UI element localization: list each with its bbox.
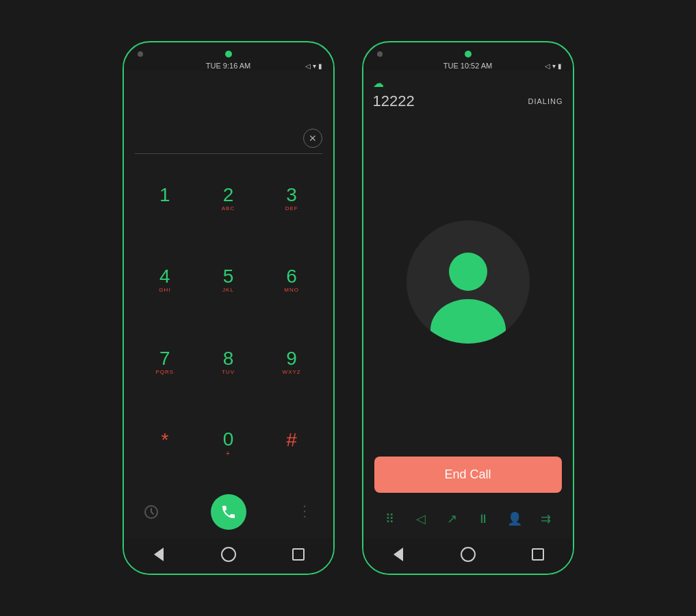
upload-icon: ☁ (373, 77, 384, 90)
key-5[interactable]: 5 JKL (198, 241, 259, 320)
call-screen: ☁ 12222 DIALING End Call ⠿ ◁ (363, 71, 573, 538)
phone1-top-notch (124, 42, 333, 60)
more-options-button[interactable]: ··· (295, 501, 317, 523)
signal-icon: ◁ (305, 62, 311, 70)
dialer-display: ✕ (124, 71, 333, 153)
key-4[interactable]: 4 GHI (135, 241, 196, 320)
call-button[interactable] (211, 494, 246, 530)
home-button-2[interactable] (459, 545, 478, 564)
back-button-2[interactable] (389, 545, 408, 564)
back-icon-2 (394, 548, 403, 561)
call-status: DIALING (528, 97, 563, 105)
key-3[interactable]: 3 DEF (261, 159, 322, 238)
back-icon-1 (154, 548, 164, 561)
speaker-action-icon: ◁ (416, 511, 426, 526)
phone-incall: TUE 10:52 AM ◁ ▾ ▮ ☁ 12222 DIALING End C… (362, 41, 574, 575)
add-call-icon: 👤 (507, 511, 522, 526)
key-0[interactable]: 0 + (198, 405, 259, 483)
mute-icon: ↗ (447, 511, 457, 526)
home-icon-1 (221, 547, 236, 562)
recents-icon-1 (292, 548, 305, 561)
svg-point-1 (449, 253, 487, 291)
hold-action-button[interactable]: ⏸ (471, 506, 495, 531)
speaker-action-button[interactable]: ◁ (409, 506, 433, 531)
camera-dot-left-2 (377, 51, 383, 57)
dialer-content: ✕ 1 2 ABC 3 DEF 4 GHI 5 JKL (124, 71, 333, 538)
status-icons-2: ◁ ▾ ▮ (545, 62, 562, 70)
speaker-indicator-2 (465, 51, 472, 57)
battery-icon: ▮ (318, 62, 322, 70)
key-6[interactable]: 6 MNO (261, 241, 322, 320)
phone2-top-notch (363, 42, 573, 60)
nav-bar-1 (124, 538, 333, 574)
delete-button[interactable]: ✕ (303, 129, 322, 148)
home-icon-2 (461, 547, 476, 562)
merge-call-button[interactable]: ⇉ (534, 506, 558, 531)
keypad-action-button[interactable]: ⠿ (377, 506, 402, 531)
key-1[interactable]: 1 (135, 159, 196, 238)
status-icons-1: ◁ ▾ ▮ (305, 62, 322, 70)
add-call-button[interactable]: 👤 (502, 506, 527, 531)
wifi-icon-2: ▾ (552, 62, 556, 70)
camera-dot-left (138, 51, 143, 57)
status-bar-2: TUE 10:52 AM ◁ ▾ ▮ (363, 60, 573, 71)
signal-icon-2: ◁ (545, 62, 550, 70)
hold-icon: ⏸ (477, 512, 489, 526)
key-star[interactable]: * (135, 405, 196, 483)
avatar-circle (407, 220, 530, 344)
key-8[interactable]: 8 TUV (198, 323, 259, 402)
key-hash[interactable]: # (261, 405, 322, 483)
status-time-2: TUE 10:52 AM (443, 62, 493, 70)
call-number: 12222 (373, 92, 415, 110)
call-avatar-area (363, 113, 573, 451)
call-top-row: ☁ (363, 71, 573, 92)
battery-icon-2: ▮ (558, 62, 562, 70)
end-call-button[interactable]: End Call (374, 457, 562, 493)
home-button-1[interactable] (219, 545, 238, 564)
key-7[interactable]: 7 PQRS (135, 323, 196, 402)
merge-icon: ⇉ (541, 511, 551, 526)
recents-button-2[interactable] (528, 545, 547, 564)
status-bar-1: TUE 9:16 AM ◁ ▾ ▮ (124, 60, 333, 71)
dial-bottom-bar: ··· (124, 489, 333, 538)
key-2[interactable]: 2 ABC (198, 159, 259, 238)
wifi-icon: ▾ (313, 62, 316, 70)
call-action-bar: ⠿ ◁ ↗ ⏸ 👤 ⇉ (363, 501, 573, 538)
recents-button-1[interactable] (289, 545, 308, 564)
recents-icon-2 (532, 548, 544, 561)
key-9[interactable]: 9 WXYZ (261, 323, 322, 402)
mute-action-button[interactable]: ↗ (440, 506, 465, 531)
phone-dialer: TUE 9:16 AM ◁ ▾ ▮ ✕ 1 2 ABC 3 DEF (123, 41, 335, 575)
call-history-button[interactable] (140, 501, 162, 523)
keypad: 1 2 ABC 3 DEF 4 GHI 5 JKL 6 MNO (124, 154, 333, 489)
svg-point-2 (430, 299, 506, 344)
nav-bar-2 (363, 538, 573, 574)
keypad-icon: ⠿ (385, 511, 394, 526)
status-time-1: TUE 9:16 AM (206, 62, 250, 70)
back-button-1[interactable] (149, 545, 168, 564)
speaker-indicator (225, 51, 232, 57)
